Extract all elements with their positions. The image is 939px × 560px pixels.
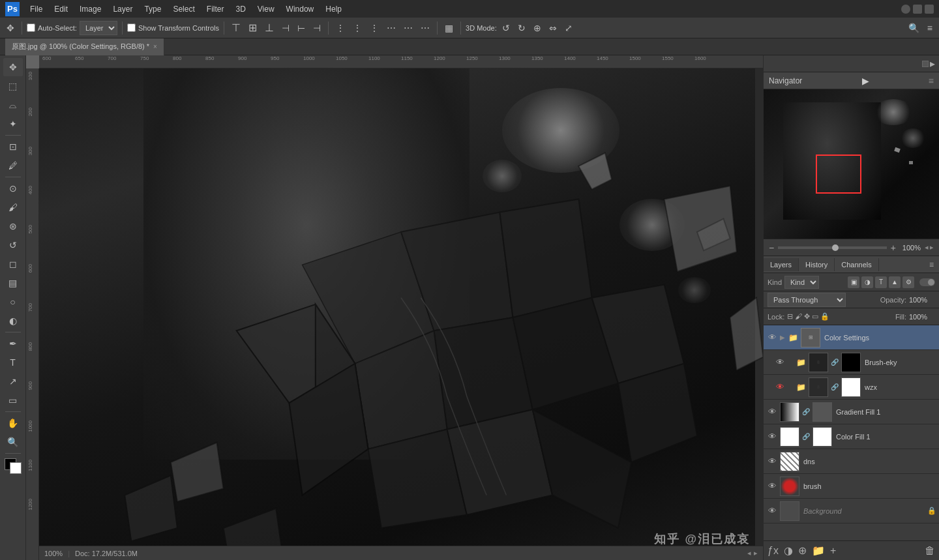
auto-select-dropdown[interactable]: Layer — [80, 21, 117, 35]
menu-help[interactable]: Help — [320, 3, 347, 15]
menu-image[interactable]: Image — [74, 3, 106, 15]
scroll-right-btn[interactable]: ▸ — [754, 549, 758, 557]
filter-kind-select[interactable]: Kind — [784, 276, 819, 289]
filter-type-icon[interactable]: T — [875, 276, 887, 288]
scroll-left-btn[interactable]: ◂ — [747, 549, 751, 557]
layer-row[interactable]: 👁 📁 8 🔗 wzx — [764, 375, 939, 400]
layer-new-btn[interactable]: + — [830, 545, 836, 557]
menu-file[interactable]: File — [25, 3, 48, 15]
layer-mask-btn[interactable]: ◑ — [784, 544, 793, 557]
distribute-hcenter-icon[interactable]: ⋯ — [401, 22, 415, 35]
layer-eye-background[interactable]: 👁 — [766, 505, 778, 517]
layer-row[interactable]: 👁 brush — [764, 474, 939, 499]
layers-panel-menu[interactable]: ≡ — [924, 260, 939, 269]
layer-row[interactable]: 👁 🔗 Color Fill 1 — [764, 424, 939, 449]
3d-roll-icon[interactable]: ↻ — [515, 22, 528, 35]
menu-type[interactable]: Type — [139, 3, 166, 15]
layer-row[interactable]: 👁 ▶ 📁 ⊞ Color Settings — [764, 325, 939, 350]
eraser-tool[interactable]: ◻ — [3, 255, 23, 273]
lock-artboard-icon[interactable]: ▭ — [812, 312, 818, 321]
layer-expand-arrow[interactable]: ▶ — [780, 334, 785, 341]
align-left-icon[interactable]: ⊣ — [279, 22, 292, 35]
transform-controls-checkbox[interactable] — [127, 23, 136, 32]
layer-adjustment-btn[interactable]: ⊕ — [798, 544, 807, 557]
layer-row[interactable]: 👁 dns — [764, 449, 939, 474]
path-select-tool[interactable]: ↗ — [3, 372, 23, 391]
minimize-btn[interactable] — [901, 5, 910, 14]
blend-mode-select[interactable]: Pass Through — [768, 293, 846, 307]
distribute-right-icon[interactable]: ⋯ — [418, 22, 432, 35]
lock-position-icon[interactable]: ✥ — [804, 312, 810, 321]
auto-select-checkbox[interactable] — [27, 23, 35, 32]
tab-history[interactable]: History — [799, 258, 835, 271]
panel-menu-icon[interactable]: ▸ — [930, 57, 935, 70]
tab-layers[interactable]: Layers — [764, 258, 799, 271]
lock-all-icon[interactable]: 🔒 — [820, 312, 829, 321]
layer-row[interactable]: 👁 Background 🔒 — [764, 499, 939, 523]
layer-eye-gradient[interactable]: 👁 — [766, 406, 778, 418]
arrange-icon[interactable]: ▦ — [442, 22, 456, 35]
align-bottom-icon[interactable]: ⊥ — [262, 20, 276, 35]
zoom-in-icon[interactable]: + — [891, 243, 896, 253]
spot-heal-tool[interactable]: ⊙ — [3, 179, 23, 198]
layer-eye-brush[interactable]: 👁 — [766, 480, 778, 492]
lock-image-icon[interactable]: 🖌 — [795, 312, 802, 321]
document-tab[interactable]: 原图.jpg @ 100% (Color Settings, RGB/8) * … — [5, 38, 164, 55]
layer-eye-colorfill[interactable]: 👁 — [766, 431, 778, 443]
distribute-vcenter-icon[interactable]: ⋮ — [350, 22, 365, 35]
3d-pan-icon[interactable]: ⊕ — [531, 22, 544, 35]
maximize-btn[interactable] — [913, 5, 922, 14]
filter-adjust-icon[interactable]: ◑ — [861, 276, 873, 288]
menu-select[interactable]: Select — [168, 3, 200, 15]
lock-transparent-icon[interactable]: ⊟ — [787, 312, 793, 321]
layer-fx-btn[interactable]: ƒx — [768, 545, 779, 557]
layer-eye-dns[interactable]: 👁 — [766, 456, 778, 467]
filter-switch[interactable] — [919, 278, 935, 286]
navigator-menu-icon[interactable]: ≡ — [929, 76, 934, 86]
zoom-minus-arrow[interactable]: ◂ — [925, 243, 929, 252]
extras-icon[interactable]: ≡ — [925, 22, 935, 35]
navigator-viewport-box[interactable] — [816, 155, 861, 194]
menu-filter[interactable]: Filter — [201, 3, 230, 15]
distribute-top-icon[interactable]: ⋮ — [333, 22, 348, 35]
distribute-bottom-icon[interactable]: ⋮ — [367, 22, 381, 35]
blur-tool[interactable]: ○ — [3, 293, 23, 311]
panel-collapse-btn[interactable] — [922, 61, 929, 67]
zoom-slider-thumb[interactable] — [832, 244, 839, 251]
rect-shape-tool[interactable]: ▭ — [3, 391, 23, 409]
search-icon[interactable]: 🔍 — [906, 22, 922, 35]
dodge-tool[interactable]: ◐ — [3, 312, 23, 330]
zoom-plus-arrow[interactable]: ▸ — [930, 243, 934, 252]
tab-close-btn[interactable]: × — [153, 43, 157, 50]
layer-group-btn[interactable]: 📁 — [812, 544, 825, 557]
layer-eye-brush-eky[interactable]: 👁 — [774, 357, 786, 368]
clone-stamp-tool[interactable]: ⊛ — [3, 217, 23, 235]
tab-channels[interactable]: Channels — [835, 258, 878, 271]
filter-smart-icon[interactable]: ⚙ — [902, 276, 914, 288]
lasso-tool[interactable]: ⌓ — [3, 96, 23, 114]
gradient-tool[interactable]: ▤ — [3, 274, 23, 292]
magic-wand-tool[interactable]: ✦ — [3, 115, 23, 133]
3d-scale-icon[interactable]: ⤢ — [562, 22, 575, 35]
color-swatch[interactable] — [3, 457, 23, 475]
close-btn[interactable] — [925, 5, 934, 14]
menu-window[interactable]: Window — [281, 3, 320, 15]
3d-slide-icon[interactable]: ⇔ — [546, 22, 559, 35]
layer-delete-btn[interactable]: 🗑 — [925, 545, 935, 557]
hand-tool[interactable]: ✋ — [3, 414, 23, 432]
menu-3d[interactable]: 3D — [230, 3, 250, 15]
align-top-icon[interactable]: ⊤ — [229, 20, 243, 35]
filter-pixel-icon[interactable]: ▣ — [848, 276, 859, 288]
nav-play-btn[interactable]: ▶ — [857, 73, 873, 89]
zoom-tool[interactable]: 🔍 — [3, 433, 23, 451]
background-color[interactable] — [10, 462, 22, 474]
align-hcenter-icon[interactable]: ⊢ — [295, 22, 308, 35]
move-tool-icon[interactable]: ✥ — [4, 22, 17, 35]
menu-layer[interactable]: Layer — [108, 3, 138, 15]
crop-tool[interactable]: ⊡ — [3, 138, 23, 156]
layer-eye-wzx[interactable]: 👁 — [774, 381, 786, 393]
filter-toggle[interactable] — [919, 278, 935, 286]
rect-select-tool[interactable]: ⬚ — [3, 77, 23, 95]
distribute-left-icon[interactable]: ⋯ — [384, 22, 398, 35]
type-tool[interactable]: T — [3, 353, 23, 372]
